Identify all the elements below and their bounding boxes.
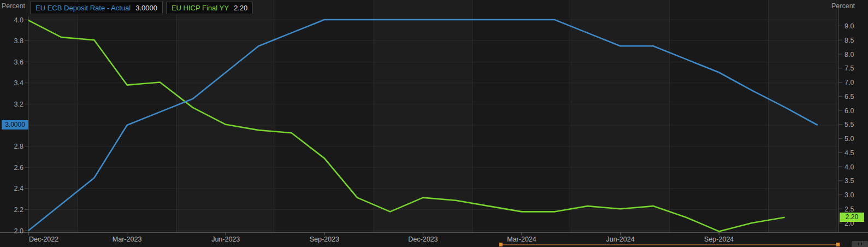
x-axis-tick-label: Mar-2023 bbox=[113, 236, 142, 243]
x-axis-tick-label: Jun-2024 bbox=[606, 236, 635, 243]
legend-item-ecb-deposit-rate[interactable]: EU ECB Deposit Rate - Actual 3.0000 bbox=[30, 2, 163, 14]
plot-band bbox=[769, 0, 839, 233]
right-axis-tick-label: 6.5 bbox=[845, 93, 854, 101]
legend-series-name: EU HICP Final YY bbox=[172, 4, 229, 12]
chart-plot-area: 4.03.83.63.43.22.82.62.42.22.09.08.58.07… bbox=[0, 0, 868, 247]
plot-band bbox=[571, 0, 670, 233]
right-axis-tick-label: 4.0 bbox=[845, 163, 854, 171]
left-axis-tick-label: 3.4 bbox=[14, 79, 23, 87]
left-axis-tick-label: 4.0 bbox=[14, 16, 23, 24]
legend: EU ECB Deposit Rate - Actual 3.0000 EU H… bbox=[30, 2, 253, 14]
time-range-scrollbar[interactable] bbox=[501, 244, 840, 245]
plot-band bbox=[670, 0, 769, 233]
right-axis-tick-label: 9.0 bbox=[845, 22, 854, 30]
plot-band bbox=[78, 0, 176, 233]
right-axis-tick-label: 2.5 bbox=[845, 205, 854, 213]
plot-band bbox=[473, 0, 571, 233]
right-axis-tick-label: 7.0 bbox=[845, 79, 854, 86]
right-axis-tick-label: 6.0 bbox=[845, 107, 854, 115]
x-axis-tick-label: Sep-2023 bbox=[310, 236, 339, 243]
left-axis-tick-label: 2.6 bbox=[14, 164, 23, 172]
right-axis-tick-label: 8.5 bbox=[845, 37, 854, 44]
left-axis-tick-label: 2.4 bbox=[14, 185, 23, 192]
right-axis-tick-label: 8.0 bbox=[845, 51, 854, 58]
chart-resize-handle-button[interactable] bbox=[852, 241, 868, 247]
legend-series-value: 3.0000 bbox=[135, 4, 157, 12]
x-axis-tick-label: Mar-2024 bbox=[507, 236, 536, 243]
right-axis-tick-label: 5.5 bbox=[845, 121, 854, 128]
right-axis-tick-label: 3.5 bbox=[845, 177, 854, 185]
right-axis-current-value-badge: 2.20 bbox=[840, 213, 864, 222]
left-axis-current-value-badge: 3.0000 bbox=[2, 120, 28, 130]
x-axis-tick-label: Sep-2024 bbox=[704, 236, 734, 243]
left-axis-tick-label: 3.2 bbox=[14, 101, 23, 108]
left-axis-tick-label: 2.2 bbox=[14, 206, 23, 214]
x-axis-tick-label: Dec-2023 bbox=[408, 236, 438, 243]
left-axis-tick-label: 3.6 bbox=[14, 58, 23, 66]
right-axis-tick-label: 4.5 bbox=[845, 149, 854, 157]
x-axis-tick-label: Jun-2023 bbox=[211, 236, 240, 243]
right-axis-tick-label: 5.0 bbox=[845, 135, 854, 143]
left-axis-tick-label: 2.8 bbox=[14, 143, 23, 150]
right-axis-tick-label: 7.5 bbox=[845, 64, 854, 72]
right-axis-unit-label: Percent bbox=[831, 2, 855, 10]
right-axis-tick-label: 3.0 bbox=[845, 191, 854, 199]
legend-item-hicp[interactable]: EU HICP Final YY 2.20 bbox=[166, 2, 253, 14]
plot-band bbox=[176, 0, 275, 233]
chart-window: Percent Percent 4.03.83.63.43.22.82.62.4… bbox=[0, 0, 868, 247]
scrollbar-left-handle[interactable] bbox=[499, 243, 503, 246]
legend-series-name: EU ECB Deposit Rate - Actual bbox=[36, 4, 131, 12]
scrollbar-right-handle[interactable] bbox=[836, 243, 840, 246]
x-axis-tick-label: Dec-2022 bbox=[29, 236, 58, 243]
legend-series-value: 2.20 bbox=[234, 4, 247, 12]
left-axis-unit-label: Percent bbox=[2, 2, 25, 10]
left-axis-tick-label: 2.0 bbox=[14, 227, 23, 235]
left-axis-tick-label: 3.8 bbox=[14, 37, 23, 45]
